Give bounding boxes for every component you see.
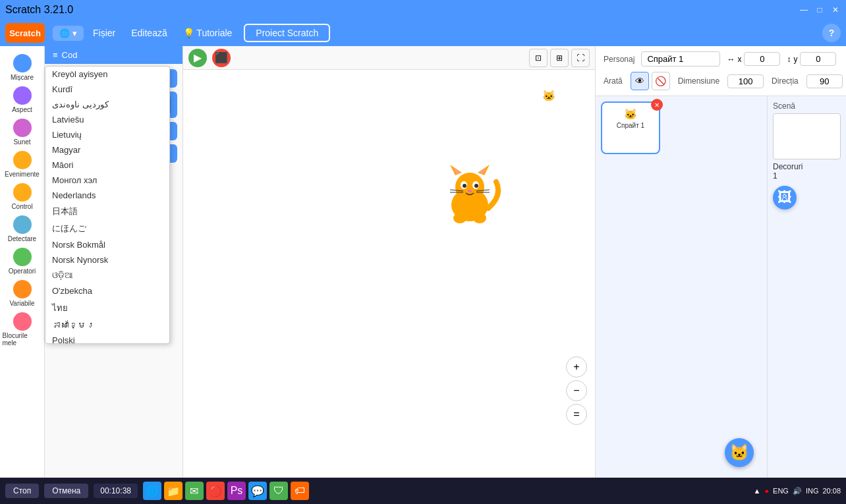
scene-count-label: Decoruri 1 <box>773 162 841 181</box>
lang-item[interactable]: ไทย <box>45 298 169 318</box>
tray-chevron[interactable]: ▲ <box>754 487 761 495</box>
sprite-large-cat <box>437 162 503 231</box>
stage-canvas[interactable]: 🐱 <box>183 70 595 478</box>
tutorials-button[interactable]: 💡 Tutoriale <box>177 25 239 41</box>
stage-toolbar: ▶ ⬛ ⊡ ⊞ ⛶ <box>183 46 595 70</box>
lang-item[interactable]: ଓଡ଼ିଆ <box>45 267 169 283</box>
category-evenimente[interactable]: Evenimente <box>1 148 43 181</box>
category-miscare[interactable]: Mișcare <box>1 51 43 84</box>
lang-item[interactable]: 日本語 <box>45 203 169 220</box>
category-aspect[interactable]: Aspect <box>1 84 43 116</box>
size-input[interactable] <box>727 74 764 88</box>
help-button[interactable]: ? <box>822 24 841 42</box>
scene-thumbnail <box>773 113 841 159</box>
sprite-name-input[interactable] <box>641 51 720 67</box>
green-flag-button[interactable]: ▶ <box>188 49 207 67</box>
tray-dot: ● <box>764 487 769 495</box>
small-stage-button[interactable]: ⊡ <box>529 49 548 67</box>
taskbar-icon-chat[interactable]: 💬 <box>248 482 267 500</box>
y-coord-group: ↕ y <box>787 52 836 66</box>
cat-dot-blocurile-mele <box>13 312 32 331</box>
lang-item[interactable]: Latviešu <box>45 112 169 127</box>
large-stage-button[interactable]: ⊞ <box>550 49 569 67</box>
system-tray: ▲ ● ENG 🔊 ING 20:08 <box>754 487 841 495</box>
sprite-name-row: Personaj ↔ x ↕ y <box>604 51 838 67</box>
add-scene-button[interactable]: 🖼 <box>773 186 797 210</box>
taskbar-icon-red[interactable]: 🔴 <box>206 482 225 500</box>
cat-label-miscare: Mișcare <box>11 74 34 81</box>
category-operatori[interactable]: Operatori <box>1 245 43 277</box>
zoom-out-button[interactable]: − <box>566 380 587 401</box>
lang-item[interactable]: Lietuvių <box>45 127 169 142</box>
fullscreen-button[interactable]: ⛶ <box>571 49 590 67</box>
lang-item[interactable]: ភាសាខ្មែរ <box>45 318 169 333</box>
clock: 20:08 <box>822 487 841 495</box>
size-label: Dimensiune <box>678 76 719 86</box>
speaker-icon: 🔊 <box>793 487 802 495</box>
add-sprite-button[interactable]: 🐱 <box>725 438 754 467</box>
x-input[interactable] <box>744 52 780 66</box>
stop-button[interactable]: ⬛ <box>212 49 231 67</box>
taskbar-icon-tag[interactable]: 🏷 <box>291 482 309 500</box>
visibility-buttons: 👁 🚫 <box>631 72 670 90</box>
category-detectare[interactable]: Detectare <box>1 213 43 245</box>
category-control[interactable]: Control <box>1 181 43 213</box>
taskbar-icon-ps[interactable]: Ps <box>227 482 246 500</box>
lang-item[interactable]: Māori <box>45 157 169 173</box>
hide-button[interactable]: 🚫 <box>652 72 670 90</box>
svg-point-8 <box>463 184 466 188</box>
sprite-1-thumb[interactable]: ✕ 🐱 Спрайт 1 <box>601 101 660 154</box>
category-blocurile-mele[interactable]: Blocurile mele <box>1 310 43 349</box>
project-name-button[interactable]: Proiect Scratch <box>244 24 330 42</box>
globe-icon: 🌐 <box>59 28 70 38</box>
lang-item[interactable]: Монгол хэл <box>45 173 169 188</box>
cat-dot-control <box>13 183 32 202</box>
lang-item[interactable]: Nederlands <box>45 188 169 203</box>
lang-item[interactable]: Magyar <box>45 142 169 157</box>
taskbar-icon-shield[interactable]: 🛡 <box>269 482 288 500</box>
show-visible-button[interactable]: 👁 <box>631 72 649 90</box>
categories-sidebar: MișcareAspectSunetEvenimenteControlDetec… <box>0 46 45 478</box>
zoom-reset-button[interactable]: = <box>566 404 587 425</box>
direction-label: Direcția <box>772 76 799 86</box>
right-panel: Personaj ↔ x ↕ y Arată 👁 🚫 <box>596 46 846 478</box>
task-timer: 00:10:38 <box>94 484 138 498</box>
maximize-button[interactable]: □ <box>814 5 825 15</box>
show-label: Arată <box>604 76 623 86</box>
cancel-task-button[interactable]: Отмена <box>44 484 88 498</box>
category-sunet[interactable]: Sunet <box>1 116 43 148</box>
cat-dot-sunet <box>13 119 32 137</box>
lang-item[interactable]: Kreyòl ayisyen <box>45 67 169 82</box>
taskbar-icon-browser[interactable]: 🌐 <box>143 482 161 500</box>
language-button[interactable]: 🌐 ▾ <box>53 26 84 41</box>
svg-point-10 <box>468 190 472 192</box>
language-list[interactable]: Kreyòl ayisyenKurdîکوردیی ناوەندیLatvieš… <box>45 67 169 343</box>
lang-item[interactable]: にほんご <box>45 220 169 237</box>
cat-label-variabile: Variabile <box>9 300 34 307</box>
stop-task-button[interactable]: Стоп <box>5 484 39 498</box>
lang-item[interactable]: O'zbekcha <box>45 283 169 298</box>
zoom-in-button[interactable]: + <box>566 356 587 378</box>
edit-menu[interactable]: Editează <box>125 25 173 41</box>
taskbar-icon-files[interactable]: 📁 <box>164 482 183 500</box>
lang-item[interactable]: کوردیی ناوەندی <box>45 97 169 112</box>
lang-item[interactable]: Norsk Nynorsk <box>45 252 169 267</box>
lang-item[interactable]: Polski <box>45 333 169 343</box>
y-input[interactable] <box>800 52 836 66</box>
taskbar-icon-mail[interactable]: ✉ <box>185 482 204 500</box>
svg-point-16 <box>473 213 486 223</box>
close-button[interactable]: ✕ <box>830 5 841 15</box>
code-tab-icon: ≡ <box>53 50 58 60</box>
minimize-button[interactable]: — <box>799 5 809 15</box>
delete-sprite-button[interactable]: ✕ <box>651 99 663 111</box>
lang-item[interactable]: Norsk Bokmål <box>45 237 169 252</box>
category-variabile[interactable]: Variabile <box>1 277 43 310</box>
direction-input[interactable] <box>806 74 843 88</box>
svg-point-15 <box>453 213 466 223</box>
lang-item[interactable]: Kurdî <box>45 82 169 97</box>
zoom-controls: + − = <box>566 356 587 425</box>
cat-label-operatori: Operatori <box>9 267 36 275</box>
code-tab[interactable]: ≡ Cod <box>45 46 183 64</box>
file-menu[interactable]: Fișier <box>86 25 122 41</box>
x-label: x <box>737 55 741 64</box>
